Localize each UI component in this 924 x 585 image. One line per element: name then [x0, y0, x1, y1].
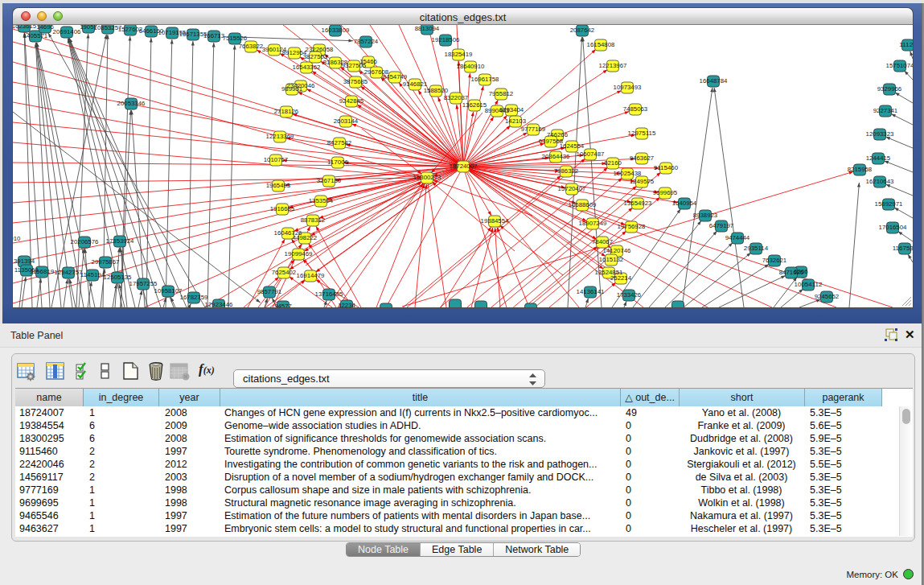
svg-text:1010757: 1010757 [264, 157, 289, 163]
svg-text:9329966: 9329966 [877, 86, 902, 92]
svg-text:9242845: 9242845 [339, 98, 364, 104]
svg-text:8878312: 8878312 [301, 217, 326, 223]
svg-text:1733426: 1733426 [617, 292, 642, 298]
svg-text:13716485: 13716485 [315, 291, 343, 297]
svg-text:10607487: 10607487 [577, 151, 605, 157]
svg-text:2087642: 2087642 [570, 27, 595, 33]
svg-text:1405571: 1405571 [23, 33, 48, 39]
svg-text:7485063: 7485063 [623, 106, 648, 112]
svg-text:142103: 142103 [505, 118, 526, 124]
svg-text:1965493: 1965493 [266, 183, 291, 188]
svg-text:12213967: 12213967 [599, 63, 627, 68]
svg-text:13524851: 13524851 [595, 270, 623, 275]
svg-text:8813094: 8813094 [415, 26, 440, 31]
svg-text:12975115: 12975115 [628, 130, 656, 136]
svg-text:12923446: 12923446 [205, 302, 233, 307]
svg-text:17016504: 17016504 [879, 225, 907, 230]
svg-text:8938923: 8938923 [693, 212, 718, 218]
svg-text:9463627: 9463627 [630, 155, 655, 161]
svg-text:17353924: 17353924 [106, 238, 134, 244]
svg-text:17957255: 17957255 [129, 281, 158, 286]
svg-text:16210643: 16210643 [866, 179, 894, 184]
svg-text:12213369: 12213369 [266, 134, 294, 139]
svg-text:20053346: 20053346 [117, 101, 146, 106]
svg-text:10688609: 10688609 [569, 202, 597, 208]
svg-text:7625402: 7625402 [272, 270, 297, 275]
svg-text:20206576: 20206576 [71, 239, 99, 245]
svg-text:10054112: 10054112 [795, 282, 823, 287]
svg-text:6479197: 6479197 [709, 223, 734, 229]
svg-text:29975867: 29975867 [92, 259, 120, 265]
svg-text:3875685: 3875685 [343, 79, 368, 84]
svg-text:7663822: 7663822 [239, 43, 264, 49]
svg-text:166713: 166713 [203, 33, 224, 39]
svg-text:8215958: 8215958 [848, 167, 873, 172]
svg-text:12093323: 12093323 [866, 131, 894, 137]
svg-text:12234: 12234 [338, 303, 355, 307]
svg-text:14136141: 14136141 [577, 289, 605, 295]
svg-text:18907249: 18907249 [579, 220, 607, 226]
svg-text:1640954: 1640954 [672, 200, 697, 206]
svg-text:3827503: 3827503 [303, 54, 328, 60]
svg-text:1249575: 1249575 [630, 179, 655, 184]
svg-text:13654923: 13654923 [624, 200, 652, 206]
svg-text:11122: 11122 [899, 42, 913, 47]
svg-text:7632621: 7632621 [762, 257, 787, 263]
svg-text:6793404: 6793404 [499, 107, 524, 113]
svg-text:18640910: 18640910 [457, 64, 485, 69]
svg-text:9245652: 9245652 [815, 294, 840, 299]
svg-text:10958107: 10958107 [154, 288, 183, 294]
svg-text:16033809: 16033809 [322, 27, 350, 33]
svg-text:12505135: 12505135 [104, 274, 132, 280]
svg-text:989961: 989961 [281, 86, 302, 92]
svg-text:15751074: 15751074 [886, 63, 913, 68]
svg-text:9115460: 9115460 [654, 165, 679, 171]
svg-text:19756928: 19756928 [618, 224, 646, 229]
svg-text:252214: 252214 [610, 275, 631, 281]
svg-text:3267130: 3267130 [317, 178, 342, 183]
svg-text:7955812: 7955812 [489, 91, 514, 97]
svg-text:62160: 62160 [604, 160, 622, 166]
svg-text:20364436: 20364436 [542, 154, 570, 159]
svg-text:9146821: 9146821 [403, 81, 428, 87]
svg-text:9857791: 9857791 [257, 289, 282, 295]
svg-text:12942757: 12942757 [55, 270, 83, 275]
svg-text:18325419: 18325419 [445, 51, 473, 57]
svg-text:19218506: 19218506 [432, 37, 460, 43]
svg-text:1156819: 1156819 [30, 269, 55, 274]
svg-text:8471626: 8471626 [779, 270, 804, 275]
svg-text:9699695: 9699695 [653, 190, 678, 196]
svg-text:1353594: 1353594 [309, 198, 334, 204]
svg-text:10973493: 10973493 [614, 84, 642, 90]
svg-text:7986322: 7986322 [554, 168, 579, 174]
svg-text:16543362: 16543362 [293, 64, 321, 70]
svg-text:9777169: 9777169 [521, 126, 546, 132]
svg-text:2718126: 2718126 [274, 109, 299, 114]
svg-text:1244415: 1244415 [866, 155, 891, 161]
svg-text:1167531: 1167531 [893, 245, 913, 251]
svg-text:14696: 14696 [36, 25, 54, 30]
svg-text:16961758: 16961758 [471, 76, 499, 82]
svg-text:19099469: 19099469 [285, 251, 313, 257]
svg-text:15720407: 15720407 [558, 186, 586, 192]
svg-text:10025438: 10025438 [614, 171, 642, 176]
svg-text:9227341: 9227341 [873, 108, 898, 113]
svg-text:117006: 117006 [327, 159, 348, 165]
svg-text:15892971: 15892971 [875, 201, 903, 207]
svg-text:8322037: 8322037 [444, 95, 469, 101]
svg-text:14120746: 14120746 [603, 248, 631, 253]
svg-text:7515526: 7515526 [223, 35, 248, 41]
svg-text:7857224: 7857224 [354, 39, 379, 44]
svg-text:2935114: 2935114 [744, 245, 769, 251]
svg-text:23226058: 23226058 [306, 47, 334, 52]
svg-text:1615132: 1615132 [599, 257, 624, 262]
svg-text:1362615: 1362615 [462, 102, 487, 108]
svg-text:16648784: 16648784 [700, 78, 728, 84]
svg-text:1916685: 1916685 [270, 206, 295, 212]
svg-text:26160910: 26160910 [13, 236, 21, 241]
svg-text:16782759: 16782759 [180, 295, 208, 300]
svg-text:746266: 746266 [547, 132, 568, 138]
svg-text:15300273: 15300273 [413, 175, 441, 180]
svg-text:1588520: 1588520 [424, 88, 449, 93]
svg-text:1623615: 1623615 [13, 25, 36, 29]
